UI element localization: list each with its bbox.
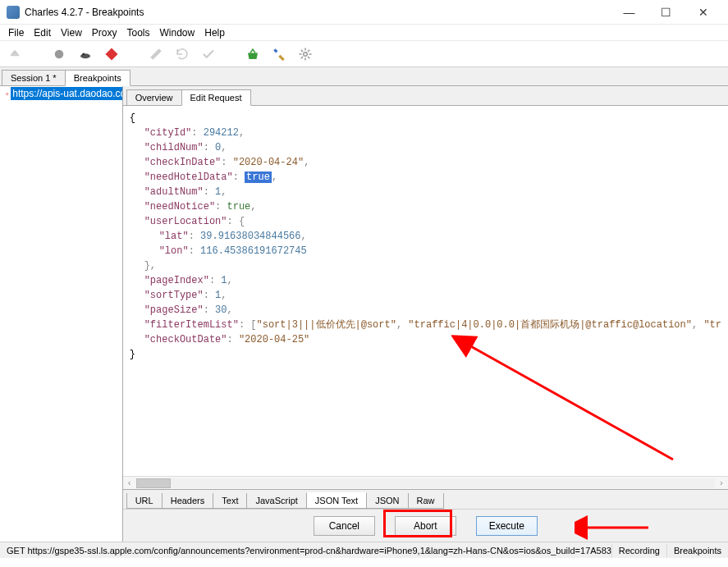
json-value: "traffic|4|0.0|0.0|首都国际机场|@traffic@locat… xyxy=(408,319,692,331)
breakpoint-url: https://apis-uat.daodao.com/v1/hotela xyxy=(11,87,121,100)
svg-marker-3 xyxy=(106,48,118,60)
clear-icon[interactable] xyxy=(7,46,23,62)
svg-point-1 xyxy=(80,53,90,58)
record-icon[interactable] xyxy=(51,46,67,62)
json-value-selected: true xyxy=(245,171,272,183)
json-key: "cityId" xyxy=(144,127,192,139)
status-recording: Recording xyxy=(611,544,666,557)
body-view-tab-strip: URL Headers Text JavaScript JSON Text JS… xyxy=(123,489,728,509)
title-bar: Charles 4.2.7 - Breakpoints — ☐ ✕ xyxy=(0,0,728,25)
json-value: 1 xyxy=(221,275,227,286)
json-key: "adultNum" xyxy=(144,186,204,198)
window-title: Charles 4.2.7 - Breakpoints xyxy=(25,7,611,18)
json-value: "tr xyxy=(703,319,721,331)
json-value: 116.45386191672745 xyxy=(200,245,307,257)
btab-json[interactable]: JSON xyxy=(366,493,408,509)
menu-help[interactable]: Help xyxy=(199,25,230,40)
btab-json-text[interactable]: JSON Text xyxy=(306,492,367,509)
json-key: "userLocation" xyxy=(144,216,227,227)
json-key: "lon" xyxy=(159,245,189,257)
minimize-button[interactable]: — xyxy=(611,1,648,24)
json-key: "checkOutDate" xyxy=(144,334,227,345)
main-tab-strip: Session 1 * Breakpoints xyxy=(0,67,728,86)
json-value: "2020-04-25" xyxy=(239,334,309,345)
svg-point-0 xyxy=(55,49,64,58)
tab-edit-request[interactable]: Edit Request xyxy=(181,89,251,106)
toolbar xyxy=(0,41,728,67)
status-bar: GET https://gspe35-ssl.ls.apple.com/conf… xyxy=(0,542,728,558)
breakpoints-icon[interactable] xyxy=(103,46,120,62)
json-editor[interactable]: { "cityId": 294212, "childNum": 0, "chec… xyxy=(123,106,728,476)
menu-window[interactable]: Window xyxy=(155,25,200,40)
repeat-icon[interactable] xyxy=(174,46,190,62)
svg-point-2 xyxy=(82,53,85,55)
menu-view[interactable]: View xyxy=(56,25,87,40)
json-key: "filterItemList" xyxy=(144,319,239,331)
cancel-button[interactable]: Cancel xyxy=(314,516,375,536)
scroll-left-icon[interactable]: ‹ xyxy=(123,477,136,490)
menu-bar: File Edit View Proxy Tools Window Help xyxy=(0,25,728,41)
scroll-right-icon[interactable]: › xyxy=(715,477,728,490)
menu-file[interactable]: File xyxy=(3,25,29,40)
basket-icon[interactable] xyxy=(245,46,261,62)
json-value: 39.91638034844566 xyxy=(200,231,300,242)
tab-overview[interactable]: Overview xyxy=(126,89,182,105)
json-value: "2020-04-24" xyxy=(233,157,304,168)
json-key: "sortType" xyxy=(144,290,204,301)
breakpoint-list[interactable]: ◦ https://apis-uat.daodao.com/v1/hotela xyxy=(0,86,123,542)
validate-icon[interactable] xyxy=(200,46,217,62)
menu-proxy[interactable]: Proxy xyxy=(87,25,122,40)
main-area: ◦ https://apis-uat.daodao.com/v1/hotela … xyxy=(0,86,728,542)
window-controls: — ☐ ✕ xyxy=(611,1,721,24)
status-breakpoints: Breakpoints xyxy=(666,544,728,557)
btab-raw[interactable]: Raw xyxy=(408,493,444,509)
app-icon xyxy=(7,6,20,19)
json-key: "lat" xyxy=(159,231,189,242)
close-button[interactable]: ✕ xyxy=(685,1,721,24)
menu-edit[interactable]: Edit xyxy=(29,25,56,40)
scroll-thumb[interactable] xyxy=(136,478,171,488)
action-button-row: Cancel Abort Execute xyxy=(123,509,728,542)
execute-button[interactable]: Execute xyxy=(476,516,538,536)
json-value: "sort|3|||低价优先|@sort" xyxy=(257,319,396,331)
maximize-button[interactable]: ☐ xyxy=(648,1,685,24)
btab-headers[interactable]: Headers xyxy=(162,493,214,509)
tools-icon[interactable] xyxy=(271,46,287,62)
tab-breakpoints[interactable]: Breakpoints xyxy=(65,70,130,86)
horizontal-scrollbar[interactable]: ‹ › xyxy=(123,476,728,489)
menu-tools[interactable]: Tools xyxy=(122,25,155,40)
json-key: "checkInDate" xyxy=(144,157,222,168)
status-request: GET https://gspe35-ssl.ls.apple.com/conf… xyxy=(0,544,611,557)
tab-session[interactable]: Session 1 * xyxy=(2,70,66,85)
svg-point-4 xyxy=(304,52,308,56)
btab-javascript[interactable]: JavaScript xyxy=(246,493,306,509)
detail-panel: Overview Edit Request { "cityId": 294212… xyxy=(123,85,728,542)
json-key: "pageSize" xyxy=(144,304,204,316)
throttle-icon[interactable] xyxy=(77,46,94,62)
breakpoint-row[interactable]: ◦ https://apis-uat.daodao.com/v1/hotela xyxy=(0,86,122,101)
json-value: 294212 xyxy=(204,127,239,139)
json-value: true xyxy=(227,201,251,213)
json-key: "childNum" xyxy=(144,142,204,153)
settings-icon[interactable] xyxy=(297,46,314,62)
json-value: 30 xyxy=(215,304,227,316)
json-key: "needHotelData" xyxy=(144,171,233,183)
stop-icon: ◦ xyxy=(3,88,11,99)
json-key: "pageIndex" xyxy=(144,275,209,286)
btab-text[interactable]: Text xyxy=(213,493,247,509)
detail-tab-strip: Overview Edit Request xyxy=(123,86,728,106)
compose-icon[interactable] xyxy=(148,46,164,62)
abort-button[interactable]: Abort xyxy=(395,516,456,536)
json-key: "needNotice" xyxy=(144,201,215,213)
scroll-track[interactable] xyxy=(136,478,715,488)
btab-url[interactable]: URL xyxy=(126,493,163,509)
